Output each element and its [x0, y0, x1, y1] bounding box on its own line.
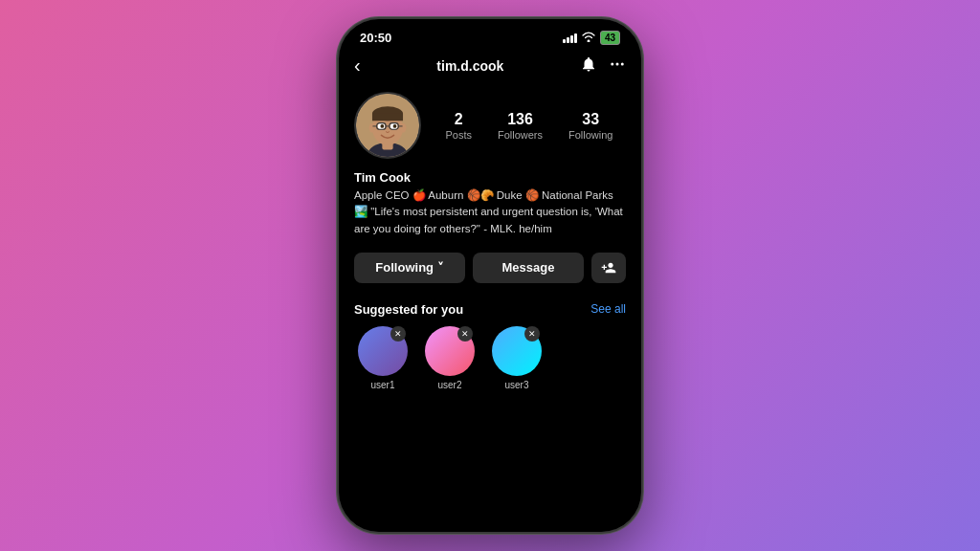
svg-point-14	[380, 124, 384, 128]
add-person-button[interactable]	[591, 253, 626, 283]
wifi-icon	[582, 32, 595, 44]
following-count: 33	[582, 110, 599, 128]
close-suggested-2[interactable]: ✕	[457, 326, 473, 342]
signal-bar-1	[563, 39, 566, 43]
avatar	[354, 92, 421, 159]
followers-count: 136	[507, 110, 533, 128]
posts-count: 2	[455, 110, 463, 128]
notification-bell-icon[interactable]	[580, 55, 597, 77]
signal-bar-2	[567, 37, 569, 43]
bio-section: Tim Cook Apple CEO 🍎 Auburn 🏀🥐 Duke 🏀 Na…	[339, 170, 641, 249]
profile-stats: 2 Posts 136 Followers 33 Following	[433, 110, 626, 140]
suggested-user-1: ✕ user1	[354, 326, 412, 390]
display-name: Tim Cook	[354, 170, 626, 185]
svg-point-1	[616, 62, 619, 65]
followers-stat: 136 Followers	[498, 110, 543, 140]
phone-wrapper: 20:50 43	[337, 17, 643, 534]
profile-section: 2 Posts 136 Followers 33 Following	[339, 84, 641, 170]
phone-screen: 20:50 43	[339, 19, 641, 532]
status-time: 20:50	[360, 31, 391, 45]
suggested-name-3: user3	[488, 380, 546, 390]
status-icons: 43	[563, 31, 620, 45]
svg-point-10	[369, 123, 376, 132]
followers-label: Followers	[498, 129, 543, 141]
top-nav: ‹ tim.d.cook	[339, 49, 641, 84]
bio-text: Apple CEO 🍎 Auburn 🏀🥐 Duke 🏀 National Pa…	[354, 187, 626, 237]
signal-bar-4	[574, 33, 577, 43]
suggested-name-2: user2	[421, 380, 479, 390]
following-button[interactable]: Following ˅	[354, 253, 465, 283]
svg-point-0	[611, 62, 613, 65]
signal-bar-3	[570, 35, 573, 43]
following-label: Following	[568, 129, 612, 141]
suggested-avatars: ✕ user1 ✕ user2 ✕	[354, 326, 626, 390]
suggested-header: Suggested for you See all	[354, 302, 626, 317]
signal-bars-icon	[563, 33, 577, 43]
svg-rect-9	[372, 114, 403, 121]
close-suggested-1[interactable]: ✕	[390, 326, 406, 342]
suggested-name-1: user1	[354, 380, 412, 390]
following-button-label: Following ˅	[375, 260, 443, 275]
person-plus-icon	[601, 260, 616, 276]
more-options-icon[interactable]	[609, 55, 626, 77]
battery-icon: 43	[600, 31, 620, 45]
posts-stat: 2 Posts	[445, 110, 472, 140]
close-suggested-3[interactable]: ✕	[524, 326, 540, 342]
back-button[interactable]: ‹	[354, 55, 361, 77]
posts-label: Posts	[445, 129, 472, 141]
suggested-user-3: ✕ user3	[488, 326, 546, 390]
svg-point-11	[400, 123, 407, 132]
profile-username: tim.d.cook	[436, 58, 503, 74]
suggested-section: Suggested for you See all ✕ user1	[339, 295, 641, 396]
phone-frame: 20:50 43	[337, 17, 643, 534]
avatar-image	[356, 92, 419, 159]
message-button[interactable]: Message	[473, 253, 584, 283]
svg-point-2	[621, 62, 624, 65]
nav-icons	[580, 55, 626, 77]
following-stat: 33 Following	[568, 110, 612, 140]
action-buttons: Following ˅ Message	[339, 249, 641, 295]
suggested-user-2: ✕ user2	[421, 326, 479, 390]
svg-point-15	[393, 124, 397, 128]
see-all-button[interactable]: See all	[590, 302, 626, 316]
dynamic-island	[476, 27, 504, 36]
suggested-title: Suggested for you	[354, 302, 463, 317]
